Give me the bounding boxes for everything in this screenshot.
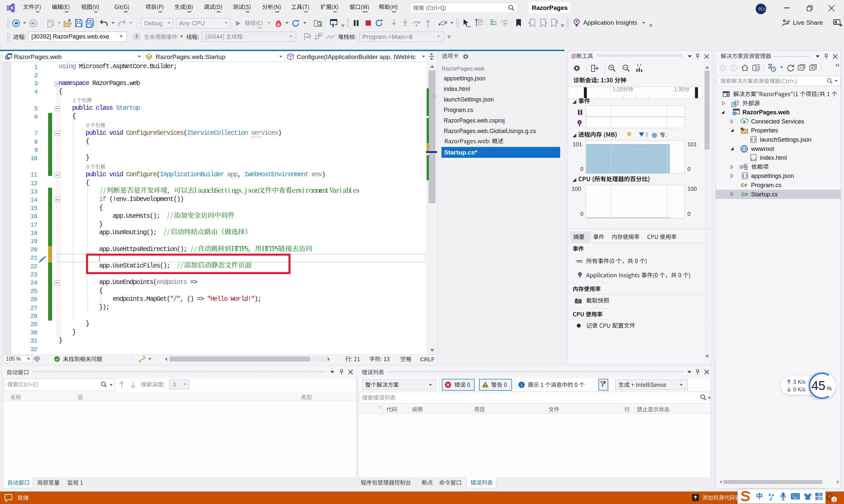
svg-text:C#: C# <box>741 192 748 197</box>
svg-text:C#: C# <box>741 182 747 188</box>
svg-text:2: 2 <box>500 19 502 23</box>
svg-text:2: 2 <box>833 497 836 502</box>
